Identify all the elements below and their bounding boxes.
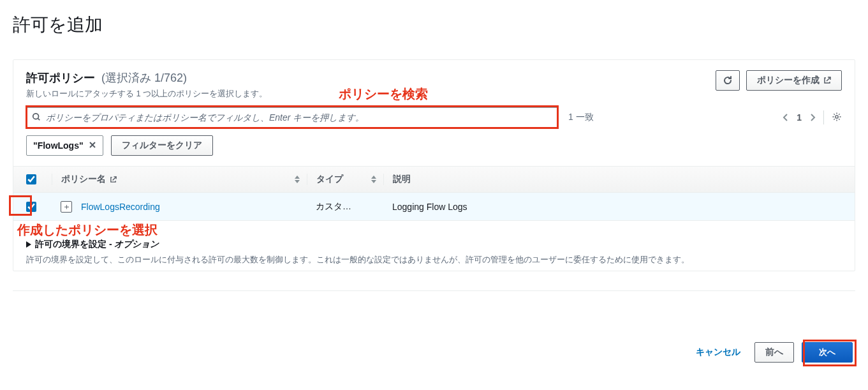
policy-table: ポリシー名 タイプ 説明 bbox=[13, 166, 855, 221]
previous-button[interactable]: 前へ bbox=[754, 342, 794, 363]
next-button[interactable]: 次へ bbox=[802, 342, 853, 363]
pagination: 1 bbox=[783, 110, 842, 124]
close-icon bbox=[89, 140, 96, 151]
refresh-icon bbox=[723, 75, 733, 86]
panel-selected-count: (選択済み 1/762) bbox=[101, 70, 187, 86]
policy-type: カスタ… bbox=[316, 201, 351, 213]
create-policy-button[interactable]: ポリシーを作成 bbox=[746, 70, 842, 91]
clear-filters-button[interactable]: フィルターをクリア bbox=[111, 135, 213, 156]
panel-description: 新しいロールにアタッチする 1 つ以上のポリシーを選択します。 bbox=[26, 88, 705, 100]
permissions-policy-panel: 許可ポリシー (選択済み 1/762) 新しいロールにアタッチする 1 つ以上の… bbox=[13, 59, 855, 271]
search-icon bbox=[32, 112, 41, 123]
boundary-toggle[interactable]: 許可の境界を設定 - オプション bbox=[26, 239, 842, 250]
table-row[interactable]: ＋ FlowLogsRecording カスタ… Logging Flow Lo… bbox=[13, 193, 855, 221]
external-link-icon bbox=[823, 77, 831, 84]
sort-icon[interactable] bbox=[294, 176, 300, 183]
wizard-footer: キャンセル 前へ 次へ bbox=[0, 291, 868, 373]
match-count: 1 一致 bbox=[568, 112, 594, 123]
sort-icon[interactable] bbox=[371, 176, 377, 183]
remove-chip-button[interactable] bbox=[89, 140, 96, 151]
table-header: ポリシー名 タイプ 説明 bbox=[13, 166, 855, 193]
page-title: 許可を追加 bbox=[0, 0, 868, 47]
caret-right-icon bbox=[26, 241, 31, 248]
divider bbox=[823, 110, 824, 124]
svg-point-0 bbox=[33, 113, 39, 119]
column-desc-header: 説明 bbox=[393, 174, 411, 185]
prev-page-button[interactable] bbox=[783, 113, 789, 122]
chip-label: "FlowLogs" bbox=[33, 140, 84, 151]
boundary-title-sub: オプション bbox=[114, 239, 159, 249]
column-name-header[interactable]: ポリシー名 bbox=[61, 174, 106, 185]
settings-gear-button[interactable] bbox=[832, 112, 842, 124]
external-link-icon bbox=[110, 176, 117, 183]
search-box bbox=[26, 107, 558, 128]
cancel-button[interactable]: キャンセル bbox=[689, 343, 747, 362]
filter-chip-flowlogs: "FlowLogs" bbox=[26, 135, 103, 156]
svg-point-1 bbox=[835, 115, 838, 117]
policy-desc: Logging Flow Logs bbox=[392, 202, 467, 212]
permissions-boundary-section: 許可の境界を設定 - オプション 許可の境界を設定して、このロールに付与される許… bbox=[13, 229, 855, 271]
current-page: 1 bbox=[797, 112, 802, 123]
refresh-button[interactable] bbox=[716, 70, 740, 91]
expand-row-button[interactable]: ＋ bbox=[61, 201, 72, 213]
boundary-title-main: 許可の境界を設定 - bbox=[35, 239, 114, 249]
policy-search-input[interactable] bbox=[27, 109, 557, 126]
boundary-description: 許可の境界を設定して、このロールに付与される許可の最大数を制御します。これは一般… bbox=[26, 254, 842, 266]
gear-icon bbox=[832, 112, 842, 124]
select-all-checkbox[interactable] bbox=[26, 174, 36, 184]
create-policy-label: ポリシーを作成 bbox=[757, 75, 820, 86]
panel-title: 許可ポリシー bbox=[26, 70, 95, 86]
clear-filters-label: フィルターをクリア bbox=[122, 140, 202, 151]
plus-icon: ＋ bbox=[63, 202, 71, 211]
next-page-button[interactable] bbox=[809, 113, 816, 122]
policy-name-link[interactable]: FlowLogsRecording bbox=[81, 202, 160, 212]
row-checkbox[interactable] bbox=[26, 202, 36, 212]
column-type-header[interactable]: タイプ bbox=[316, 174, 343, 185]
